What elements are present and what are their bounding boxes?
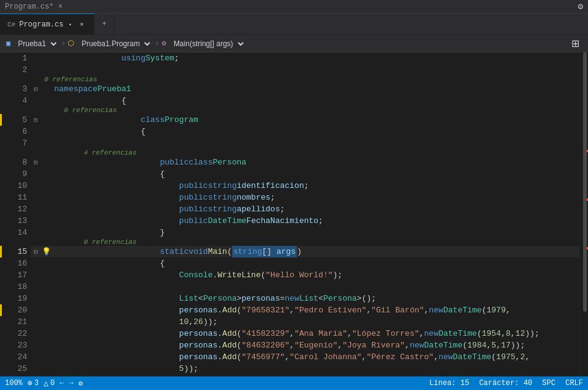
gutter-7 [31, 137, 41, 149]
line-number-20: 20 [0, 304, 31, 316]
zoom-level[interactable]: 100% [5, 379, 23, 388]
line-number-4: 4 [0, 95, 31, 107]
code-line-6[interactable]: { [52, 126, 579, 137]
lightbulb-16 [41, 258, 52, 269]
gutter-22 [31, 328, 41, 339]
code-line-18[interactable] [52, 281, 579, 293]
code-text-3: namespace Prueba1 [54, 83, 579, 95]
collapse-8[interactable]: ⊟ [31, 156, 41, 168]
code-line-22[interactable]: personas.Add("41582329", "Ana María", "L… [52, 328, 579, 339]
scrollbar[interactable] [579, 52, 588, 376]
code-line-12[interactable]: public string apellidos; [52, 203, 579, 215]
code-line-17[interactable]: Console.WriteLine("Hello World!"); [52, 269, 579, 281]
code-line-13[interactable]: public DateTime FechaNacimiento; [52, 215, 579, 227]
breadcrumb-class-select[interactable]: Prueba1.Program [76, 38, 152, 50]
line-number-10: 10 [0, 180, 31, 192]
ref-text-15: 0 referencias [44, 238, 137, 246]
encoding-info[interactable]: SPC [542, 379, 556, 388]
collapse-15[interactable]: ⊟ [31, 246, 41, 258]
split-editor-button[interactable]: ⊞ [569, 36, 582, 51]
breadcrumb-bar: ▣ Prueba1 › ⬡ Prueba1.Program › ⚙ Main(s… [0, 35, 588, 52]
code-row-20: 20 personas.Add("79658321", "Pedro Estív… [0, 304, 579, 316]
code-row-10: 10 public string identificacion; [0, 180, 579, 192]
gutter-10 [31, 180, 41, 192]
gutter-6 [31, 126, 41, 137]
lightbulb-15[interactable]: 💡 [41, 246, 52, 258]
breadcrumb-namespace-select[interactable]: Prueba1 [13, 38, 58, 50]
line-info[interactable]: Línea: 15 [429, 379, 469, 388]
code-line-25[interactable]: 5)); [52, 363, 579, 375]
code-text-12: public string apellidos; [54, 203, 579, 215]
code-line-26[interactable]: personas.Add("15608542", "Pablo Raúl", "… [52, 375, 579, 376]
lightbulb-17 [41, 269, 52, 281]
code-line-2[interactable] [52, 64, 579, 76]
code-line-10[interactable]: public string identificacion; [52, 180, 579, 192]
lightbulb-23 [41, 339, 52, 351]
error-icon: ⊗ [28, 378, 33, 388]
zoom-text: 100% [5, 379, 23, 388]
collapse-5[interactable]: ⊟ [31, 114, 41, 126]
line-number-17: 17 [0, 269, 31, 281]
gutter-19 [31, 293, 41, 304]
code-line-1[interactable]: using System; [52, 52, 579, 64]
warning-count[interactable]: △ 0 [44, 378, 55, 388]
line-number-6: 6 [0, 126, 31, 137]
ref-hint-3: 0 referencias [0, 76, 579, 83]
settings-icon[interactable]: ⚙ [578, 1, 583, 12]
code-row-5: 5 ⊟ class Program [0, 114, 579, 126]
tab-new[interactable]: + [95, 14, 115, 35]
lightbulb-12 [41, 203, 52, 215]
code-row-26: 26 personas.Add("15608542", "Pablo Raúl"… [0, 375, 579, 376]
line-ending-info[interactable]: CRLF [565, 379, 583, 388]
breadcrumb-method-select[interactable]: Main(string[] args) [169, 38, 246, 50]
breadcrumb-sep2: › [155, 39, 159, 48]
code-line-4[interactable]: { [52, 95, 579, 107]
code-line-3[interactable]: namespace Prueba1 [52, 83, 579, 95]
lightbulb-22 [41, 328, 52, 339]
nav-arrows: ⊞ [569, 36, 582, 51]
code-line-14[interactable]: } [52, 227, 579, 238]
code-line-20[interactable]: personas.Add("79658321", "Pedro Estíven"… [52, 304, 579, 316]
code-line-5[interactable]: class Program [52, 114, 579, 126]
gutter-26 [31, 375, 41, 376]
code-line-11[interactable]: public string nombres; [52, 192, 579, 203]
line-number-7: 7 [0, 137, 31, 149]
nav-forward-button[interactable]: → [69, 379, 73, 388]
code-line-9[interactable]: { [52, 168, 579, 180]
scrollbar-thumb[interactable] [583, 52, 587, 312]
ref-text-5-val: 0 referencias [64, 107, 117, 114]
code-row-22: 22 personas.Add("41582329", "Ana María",… [0, 328, 579, 339]
code-row-17: 17 Console.WriteLine("Hello World!"); [0, 269, 579, 281]
code-line-7[interactable] [52, 137, 579, 149]
tab-close-button[interactable]: × [77, 20, 87, 30]
gutter-24 [31, 351, 41, 363]
error-number: 3 [34, 379, 39, 388]
code-line-24[interactable]: personas.Add("7456977", "Carol Johanna",… [52, 351, 579, 363]
new-tab-icon: + [102, 20, 107, 28]
code-line-16[interactable]: { [52, 258, 579, 269]
lightbulb-5 [41, 114, 52, 126]
code-row-16: 16 { [0, 258, 579, 269]
yellow-marker-5 [0, 114, 2, 126]
code-line-15[interactable]: static void Main(string[] args) [52, 246, 579, 258]
code-line-19[interactable]: List<Persona> personas = new List<Person… [52, 293, 579, 304]
lightbulb-18 [41, 281, 52, 293]
error-count[interactable]: ⊗ 3 [28, 378, 39, 388]
nav-back-button[interactable]: ← [60, 379, 64, 388]
code-text-25: 5)); [54, 363, 579, 375]
code-text-16: { [54, 258, 579, 269]
code-line-8[interactable]: public class Persona [52, 156, 579, 168]
code-row-15: 15 ⊟ 💡 static void Main(string[] args) [0, 246, 579, 258]
collapse-3[interactable]: ⊟ [31, 83, 41, 95]
line-number-19: 19 [0, 293, 31, 304]
lightbulb-21 [41, 316, 52, 328]
branch-info[interactable]: ⚙ [78, 379, 83, 388]
tab-program-cs[interactable]: C# Program.cs · × [0, 14, 95, 35]
code-row-25: 25 5)); [0, 363, 579, 375]
lightbulb-1 [41, 52, 52, 64]
char-info[interactable]: Carácter: 40 [479, 379, 532, 388]
code-line-21[interactable]: 10, 26)); [52, 316, 579, 328]
code-row-9: 9 { [0, 168, 579, 180]
ref-hint-15: 0 referencias [0, 238, 579, 246]
code-line-23[interactable]: personas.Add("84632206", "Eugenio", "Joy… [52, 339, 579, 351]
